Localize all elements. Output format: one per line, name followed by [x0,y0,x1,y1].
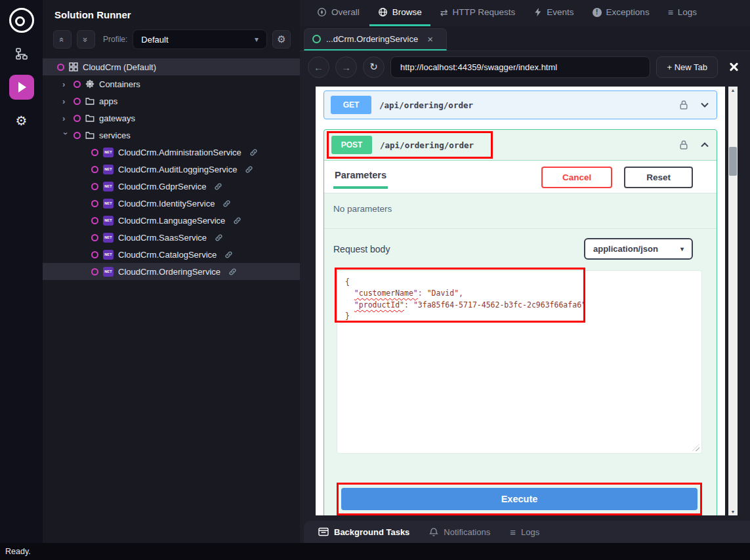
request-body-json[interactable]: { "customerName": "David", "productId": … [345,277,694,322]
scroll-up-icon[interactable]: ▲ [731,88,736,92]
scrollbar-track[interactable]: ▲ ▼ [728,87,738,515]
chevron-down-icon[interactable] [699,100,710,110]
tree-root-cloudcrm[interactable]: CloudCrm (Default) [43,58,300,75]
status-ring-icon [91,251,98,258]
forward-icon: → [341,62,351,73]
tab-browse[interactable]: Browse [369,0,430,26]
tab-label: Browse [392,7,422,17]
cancel-button[interactable]: Cancel [541,167,612,188]
url-input[interactable]: http://localhost:44359/swagger/index.htm… [390,56,650,78]
run-button[interactable] [9,75,34,100]
logs-button[interactable]: ≡ Logs [510,527,539,538]
execute-button[interactable]: Execute [341,488,698,510]
parameters-bar: Parameters Cancel Reset [324,161,717,193]
chevron-up-icon[interactable] [699,140,710,150]
status-ring-icon [91,183,98,190]
folder-icon [85,113,94,123]
settings-button[interactable]: ⚙ [9,108,34,133]
tree-service-item[interactable]: NET CloudCrm.LanguageService [43,212,300,229]
profile-select-value: Default [141,35,168,45]
scrollbar-thumb[interactable] [729,147,737,176]
lock-icon[interactable] [678,140,689,150]
resize-grip[interactable] [692,444,699,451]
link-icon [245,165,253,174]
gear-icon: ⚙ [277,33,285,45]
app-logo-inner [15,16,25,26]
tree-folder-services[interactable]: › services [43,127,300,144]
request-body-editor[interactable]: { "customerName": "David", "productId": … [337,270,702,454]
browser-tab-strip: ...dCrm.OrderingService × [300,26,750,51]
tree-service-label: CloudCrm.AdministrationService [118,148,241,157]
lightning-icon [533,7,542,17]
tree-folder-gateways[interactable]: › gateways [43,110,300,127]
operation-path: /api/ordering/order [380,140,474,150]
tab-events[interactable]: Events [525,0,582,26]
helm-icon [85,79,94,89]
background-tasks-button[interactable]: Background Tasks [318,527,409,537]
reset-button[interactable]: Reset [624,167,693,188]
link-icon [215,233,223,242]
parameters-title: Parameters [333,166,388,189]
bottom-bar: Background Tasks Notifications ≡ Logs [304,521,750,543]
opblock-post-header[interactable]: POST /api/ordering/order [324,130,717,161]
tree-service-item[interactable]: NET CloudCrm.IdentityService [43,195,300,212]
annotation-box-post: POST /api/ordering/order [327,131,493,159]
chevron-down-icon: ▾ [680,245,684,252]
back-button[interactable]: ← [308,56,329,78]
chevron-right-icon: › [62,113,69,123]
status-ring-icon [91,166,98,173]
tree-service-item[interactable]: NET CloudCrm.AuditLoggingService [43,161,300,178]
tab-label: Events [547,7,573,17]
expand-all-button[interactable]: » [77,30,95,49]
profile-select[interactable]: Default ▾ [133,30,267,49]
lock-icon[interactable] [678,100,689,110]
opblock-get-header[interactable]: GET /api/ordering/order [324,91,717,119]
content-type-select[interactable]: application/json ▾ [584,238,693,260]
logs-icon: ≡ [510,527,516,538]
tab-exceptions[interactable]: ! Exceptions [584,0,658,26]
link-icon [214,182,222,191]
link-icon [233,216,241,225]
execute-zone: Execute [337,483,702,515]
compass-icon [317,7,327,17]
status-ring-icon [73,81,81,88]
forward-button[interactable]: → [335,56,357,78]
tree-service-item[interactable]: NET CloudCrm.OrderingService [43,263,300,280]
tasks-icon [318,527,329,536]
opblock-post-order: POST /api/ordering/order [323,129,717,515]
tree-service-item[interactable]: NET CloudCrm.GdprService [43,178,300,195]
dotnet-icon: NET [103,199,114,209]
tree-folder-apps[interactable]: › apps [43,92,300,110]
tools-icon[interactable] [728,61,740,73]
tree-service-label: CloudCrm.AuditLoggingService [118,165,237,174]
tree-folder-containers[interactable]: › Containers [43,75,300,92]
sidebar: Solution Runner « » Profile: Default ▾ ⚙… [43,0,300,543]
hierarchy-view-button[interactable] [9,41,34,66]
spellcheck-squiggle: "productId" [354,300,404,310]
tab-overall[interactable]: Overall [308,0,368,26]
tree-service-item[interactable]: NET CloudCrm.CatalogService [43,246,300,263]
browser-tab-title: ...dCrm.OrderingService [326,34,418,44]
tree-service-item[interactable]: NET CloudCrm.AdministrationService [43,144,300,161]
tree-service-item[interactable]: NET CloudCrm.SaasService [43,229,300,246]
logs-icon: ≡ [668,7,673,18]
collapse-all-button[interactable]: « [53,30,72,49]
method-badge-post: POST [331,136,372,154]
notifications-button[interactable]: Notifications [429,527,490,537]
hierarchy-icon [14,47,29,61]
swagger-page: GET /api/ordering/order [316,87,725,515]
tree-services-list: NET CloudCrm.AdministrationService NET C… [43,144,300,280]
browser-tab-orderingservice[interactable]: ...dCrm.OrderingService × [304,28,447,50]
dotnet-icon: NET [103,165,114,174]
profile-settings-button[interactable]: ⚙ [272,30,291,49]
tab-http-requests[interactable]: ⇄ HTTP Requests [432,0,524,26]
tab-logs[interactable]: ≡ Logs [659,0,705,26]
back-icon: ← [314,62,323,73]
refresh-button[interactable]: ↻ [363,56,385,78]
new-tab-button[interactable]: + New Tab [656,56,718,78]
scroll-down-icon[interactable]: ▼ [731,510,736,514]
close-tab-icon[interactable]: × [427,33,433,45]
chevron-right-icon: › [62,96,69,106]
bell-icon [429,527,438,537]
status-ring-icon [91,217,98,224]
